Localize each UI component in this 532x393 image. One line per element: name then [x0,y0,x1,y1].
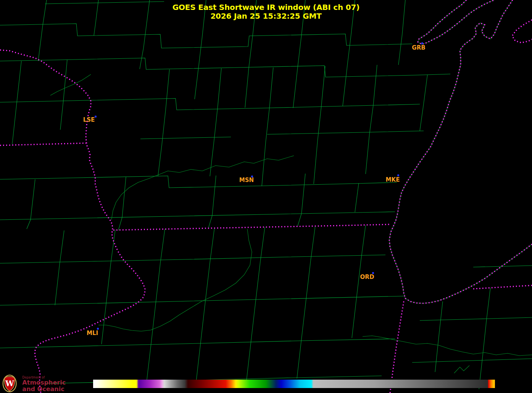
county-line [298,174,305,226]
logo-text: Department of Atmospheric and Oceanic Sc… [22,374,90,393]
county-line [140,137,231,139]
station-label-mke: MKE [386,176,400,183]
county-line [55,230,64,305]
county-line [0,24,412,48]
river-line [111,156,294,220]
state-border [113,224,390,230]
county-line [297,226,315,379]
county-line [196,228,214,382]
county-line [27,179,35,229]
river-line [98,229,252,331]
county-line [0,212,395,220]
colorbar-container [93,380,495,390]
county-line [267,131,424,134]
station-label-msn: MSN [239,177,254,184]
uw-crest-icon: W [2,374,17,393]
state-border [512,20,532,43]
river-line [363,336,532,356]
crest-w-letter: W [5,379,14,388]
county-line [118,177,126,230]
county-line [355,183,359,212]
uw-aos-logo: W Department of Atmospheric and Oceanic … [2,374,90,393]
station-label-grb: GRB [412,44,425,51]
county-line [412,359,532,362]
map-canvas [0,0,532,393]
county-line [0,296,404,305]
county-line [366,65,377,174]
county-line [60,60,67,130]
shoreline-green [389,0,532,303]
title-line-2: 2026 Jan 25 15:32:25 GMT [0,12,532,21]
logo-name-line1: Atmospheric [22,379,90,386]
temperature-colorbar [93,380,495,388]
county-line [479,288,490,389]
shoreline-dotted [389,0,532,303]
county-line [208,176,216,228]
river-line [50,74,91,95]
map-title: GOES East Shortwave IR window (ABI ch 07… [0,3,532,21]
state-border [473,285,532,289]
county-line [0,255,385,263]
county-line [0,58,450,77]
county-line [420,317,532,321]
state-border [0,143,86,145]
county-line [314,66,325,184]
county-line [210,68,221,176]
station-dot-mli [97,328,99,330]
station-dot-grb [421,42,423,44]
county-line [352,225,366,338]
station-label-lse: LSE [83,116,95,123]
state-borders-dotted [0,0,532,393]
station-label-mli: MLI [87,330,98,337]
lake-michigan-shoreline [389,0,532,303]
title-line-1: GOES East Shortwave IR window (ABI ch 07… [0,3,532,12]
station-label-ord: ORD [360,274,374,280]
county-boundaries [0,0,532,389]
logo-name-line2: and Oceanic Sciences [22,386,90,393]
county-line [102,230,115,344]
state-border [0,50,145,393]
county-line [420,75,427,131]
county-line [247,227,265,380]
river-line [454,366,469,373]
county-line [262,68,273,186]
county-line [0,176,397,188]
state-border [390,301,404,393]
satellite-map-view: GOES East Shortwave IR window (ABI ch 07… [0,0,532,393]
county-line [158,69,169,176]
river-lines [50,74,532,373]
colorbar-gradient [93,380,495,388]
station-dot-mke [397,174,399,176]
county-line [12,61,21,144]
county-line [0,339,395,348]
county-line [147,229,165,382]
